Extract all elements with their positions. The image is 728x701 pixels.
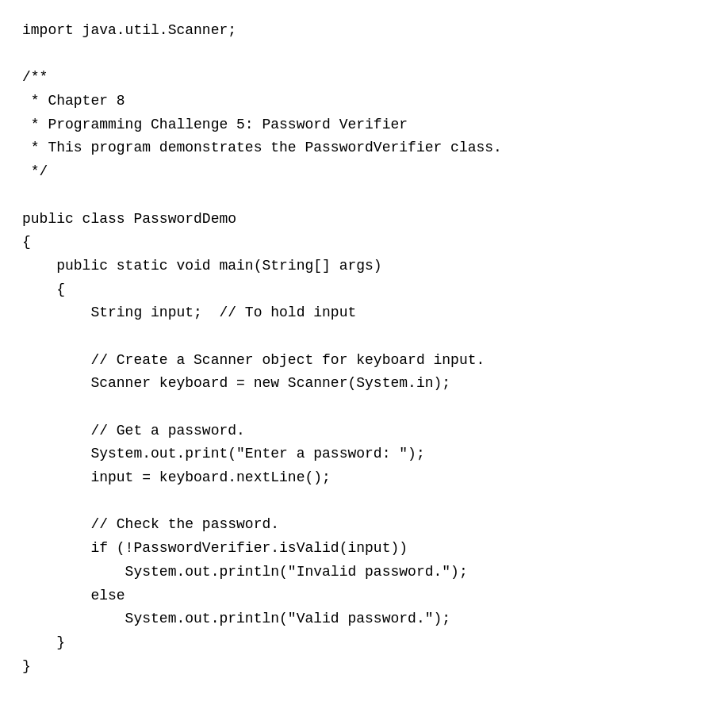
code-display: import java.util.Scanner; /** * Chapter …	[22, 19, 706, 678]
